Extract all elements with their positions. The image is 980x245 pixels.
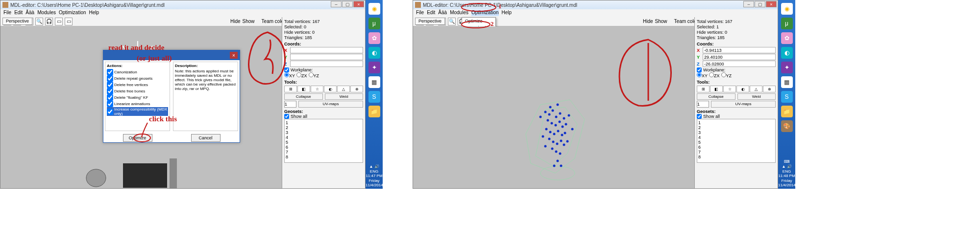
zoom-icon[interactable]: 🔍 xyxy=(448,18,456,25)
geoset-list[interactable]: 1 2 3 4 5 6 7 8 xyxy=(697,119,776,163)
workplane-check[interactable]: Workplane: xyxy=(697,67,776,72)
cam2-icon[interactable]: ▭ xyxy=(65,18,73,25)
action-item[interactable]: Delete free vertices xyxy=(107,82,168,88)
tool-btn[interactable]: ☆ xyxy=(723,86,736,92)
z-input[interactable] xyxy=(290,61,363,67)
list-item[interactable]: 5 xyxy=(698,140,774,145)
maximize-button[interactable]: ▢ xyxy=(342,1,353,7)
y-input[interactable] xyxy=(703,54,776,60)
list-item[interactable]: 6 xyxy=(286,145,362,150)
tool-btn[interactable]: △ xyxy=(337,86,350,92)
tool-btn[interactable]: ⊞ xyxy=(284,86,297,92)
list-item[interactable]: 4 xyxy=(698,135,774,140)
menu-help[interactable]: Help xyxy=(89,10,99,16)
viewport[interactable] xyxy=(413,26,694,188)
cam-icon[interactable]: ▭ xyxy=(55,18,63,25)
optimize-button[interactable]: Optimize xyxy=(123,134,152,142)
list-item[interactable]: 6 xyxy=(698,145,774,150)
list-item[interactable]: 2 xyxy=(286,125,362,130)
tool-btn[interactable]: ⊗ xyxy=(763,86,776,92)
menu-modules[interactable]: Modules xyxy=(450,10,468,16)
zx-radio[interactable]: ZX xyxy=(296,72,307,78)
menu-file[interactable]: File xyxy=(3,10,11,16)
yz-radio[interactable]: YZ xyxy=(309,72,319,78)
menu-edit[interactable]: Edit xyxy=(427,10,435,16)
list-item[interactable]: 7 xyxy=(286,150,362,155)
app-icon[interactable]: ◐ xyxy=(781,47,793,59)
hide-label[interactable]: Hide xyxy=(230,19,241,24)
action-item[interactable]: Canonization xyxy=(107,69,168,75)
tray-lang[interactable]: ENG xyxy=(366,169,383,174)
list-item[interactable]: 5 xyxy=(286,140,362,145)
menu-optimization[interactable]: Optimization xyxy=(59,10,86,16)
yz-radio[interactable]: YZ xyxy=(721,72,732,78)
list-item[interactable]: 7 xyxy=(698,150,774,155)
uvmaps-btn[interactable]: UV-maps xyxy=(711,101,776,108)
x-input[interactable] xyxy=(290,47,363,53)
showall-check[interactable]: Show all xyxy=(697,114,776,119)
action-item[interactable]: Delete "floating" KF xyxy=(107,94,168,101)
app-icon[interactable]: ✦ xyxy=(368,62,380,73)
close-button[interactable]: × xyxy=(353,1,364,7)
action-item[interactable]: Linearize animations xyxy=(107,101,168,107)
zoom-icon[interactable]: 🔍 xyxy=(35,18,43,25)
collapse-btn[interactable]: Collapse xyxy=(284,93,323,100)
list-item[interactable]: 8 xyxy=(286,155,362,159)
menu-optimization[interactable]: Optimization xyxy=(471,10,499,16)
system-tray[interactable]: ⌨▲ 🔊 ENG 11:48 PM Friday 11/4/2014 xyxy=(778,158,795,189)
paint-icon[interactable]: 🎨 xyxy=(781,120,793,132)
minimize-button[interactable]: – xyxy=(743,1,754,7)
system-tray[interactable]: ▲ 🔊 ENG 11:47 PM Friday 11/4/2014 xyxy=(366,163,383,189)
geoset-list[interactable]: 1 2 3 4 5 6 7 8 xyxy=(284,119,363,163)
tool-btn[interactable]: ◧ xyxy=(710,86,723,92)
utorrent-icon[interactable]: μ xyxy=(368,18,380,29)
dialog-titlebar[interactable]: × xyxy=(103,50,240,60)
list-item[interactable]: 8 xyxy=(698,155,774,159)
menu-help[interactable]: Help xyxy=(502,10,512,16)
tool-btn[interactable]: ☆ xyxy=(311,86,323,92)
chrome-icon[interactable]: ◉ xyxy=(781,3,793,15)
z-input[interactable] xyxy=(703,61,776,67)
workplane-check[interactable]: Workplane: xyxy=(284,67,363,72)
weld-btn[interactable]: Weld xyxy=(325,93,364,100)
xy-radio[interactable]: XY xyxy=(284,72,295,78)
menu-ada[interactable]: Åäà xyxy=(25,10,34,16)
app-icon[interactable]: ✦ xyxy=(781,62,793,73)
uvmaps-btn[interactable]: UV-maps xyxy=(298,101,363,108)
list-item[interactable]: 2 xyxy=(698,125,774,130)
menu-edit[interactable]: Edit xyxy=(14,10,23,16)
uv-index[interactable] xyxy=(284,101,296,108)
menu-file[interactable]: File xyxy=(416,10,424,16)
list-item[interactable]: 1 xyxy=(286,120,362,125)
skype-icon[interactable]: S xyxy=(368,91,380,103)
tool-btn[interactable]: ◐ xyxy=(324,86,337,92)
skype-icon[interactable]: S xyxy=(781,91,793,103)
menu-modules[interactable]: Modules xyxy=(37,10,56,16)
folder-icon[interactable]: 📁 xyxy=(368,106,380,117)
app-icon[interactable]: ✿ xyxy=(781,32,793,44)
minimize-button[interactable]: – xyxy=(331,1,342,7)
collapse-btn[interactable]: Collapse xyxy=(697,93,735,100)
weld-btn[interactable]: Weld xyxy=(737,93,776,100)
dialog-close-button[interactable]: × xyxy=(230,52,238,59)
show-label[interactable]: Show xyxy=(655,19,667,24)
cancel-button[interactable]: Cancel xyxy=(191,134,220,142)
app-icon[interactable]: ◐ xyxy=(368,47,380,59)
list-item[interactable]: 4 xyxy=(286,135,362,140)
y-input[interactable] xyxy=(290,54,363,60)
zx-radio[interactable]: ZX xyxy=(709,72,720,78)
close-button[interactable]: × xyxy=(766,1,777,7)
maximize-button[interactable]: ▢ xyxy=(755,1,765,7)
show-label[interactable]: Show xyxy=(243,19,255,24)
tool-btn[interactable]: ⊞ xyxy=(697,86,710,92)
app-icon[interactable]: ▦ xyxy=(781,76,793,88)
menu-item-optimize[interactable]: Optimize xyxy=(462,18,495,24)
action-item-selected[interactable]: Increase compressibility (MDX only) xyxy=(107,107,168,116)
action-item[interactable]: Delete free bones xyxy=(107,88,168,94)
folder-icon[interactable]: 📁 xyxy=(781,106,793,117)
tool-btn[interactable]: ◧ xyxy=(297,86,310,92)
xy-radio[interactable]: XY xyxy=(697,72,708,78)
tray-lang[interactable]: ENG xyxy=(778,169,795,174)
action-item[interactable]: Delete repeat geosets xyxy=(107,75,168,82)
showall-check[interactable]: Show all xyxy=(284,114,363,119)
